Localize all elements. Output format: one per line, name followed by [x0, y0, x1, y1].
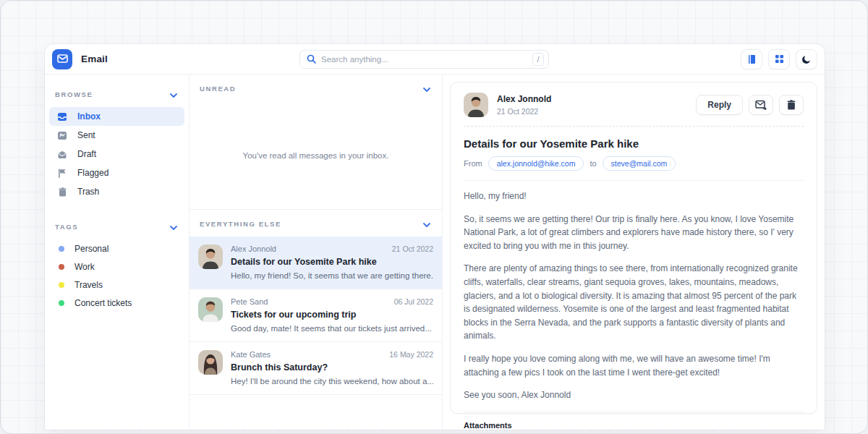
detail-actions: Reply — [696, 95, 804, 115]
detail-sender-name: Alex Jonnold — [497, 94, 687, 104]
avatar — [464, 93, 488, 117]
email-date: 06 Jul 2022 — [394, 297, 433, 306]
header-actions — [741, 49, 817, 69]
sidebar: BROWSE Inbox — [45, 75, 190, 430]
email-subject: Tickets for our upcoming trip — [231, 310, 433, 320]
email-summary: Kate Gates 16 May 2022 Brunch this Satur… — [231, 350, 433, 386]
trash-icon — [787, 100, 796, 110]
unread-empty-message: You've read all messages in your inbox. — [190, 101, 442, 210]
email-list-item[interactable]: Alex Jonnold 21 Oct 2022 Details for our… — [190, 237, 442, 289]
draft-icon — [56, 150, 68, 159]
email-sender: Pete Sand — [231, 297, 268, 306]
grid-icon — [775, 54, 784, 64]
tags-label: TAGS — [55, 223, 78, 231]
chevron-down-icon — [170, 221, 177, 232]
inbox-icon — [56, 112, 68, 122]
body-paragraph: See you soon, Alex Jonnold — [464, 388, 804, 402]
mail-forward-icon — [755, 100, 767, 110]
from-to-row: From alex.jonnold@hike.com to steve@mail… — [464, 156, 804, 171]
tag-label: Work — [75, 262, 95, 272]
tag-item-concert-tickets[interactable]: Concert tickets — [49, 294, 184, 312]
search-icon — [307, 54, 316, 64]
search-shortcut-key: / — [532, 53, 544, 66]
sidebar-item-label: Flagged — [77, 168, 109, 178]
chevron-down-icon — [423, 218, 430, 229]
email-date: 21 Oct 2022 — [392, 244, 433, 253]
flag-icon — [56, 169, 68, 178]
sidebar-item-draft[interactable]: Draft — [49, 145, 184, 163]
tag-item-personal[interactable]: Personal — [49, 239, 184, 258]
avatar — [198, 244, 223, 269]
unread-section-header: UNREAD — [190, 75, 442, 101]
app-logo — [52, 49, 72, 69]
moon-icon — [801, 54, 812, 64]
tags-collapse-button[interactable] — [169, 220, 179, 234]
unread-collapse-button[interactable] — [422, 82, 432, 95]
email-app-window: Email / — [45, 44, 825, 430]
tag-color-dot — [59, 264, 64, 270]
forward-button[interactable] — [749, 95, 773, 115]
email-subject: Details for our Yosemite Park hike — [231, 257, 433, 267]
sidebar-item-label: Draft — [77, 149, 96, 159]
tag-color-dot — [59, 246, 64, 252]
email-date: 16 May 2022 — [389, 350, 433, 359]
tag-color-dot — [59, 282, 64, 288]
sidebar-item-label: Inbox — [77, 111, 101, 122]
envelope-icon — [57, 53, 68, 66]
email-list-item[interactable]: Kate Gates 16 May 2022 Brunch this Satur… — [190, 342, 442, 395]
email-body: Hello, my friend! So, it seems we are ge… — [464, 190, 804, 402]
app-header: Email / — [45, 44, 825, 75]
from-email-chip[interactable]: alex.jonnold@hike.com — [488, 156, 584, 171]
tag-label: Concert tickets — [75, 298, 132, 308]
grid-button[interactable] — [768, 49, 790, 69]
avatar — [198, 350, 223, 375]
detail-sender-meta: Alex Jonnold 21 Oct 2022 — [497, 94, 687, 116]
detail-header: Alex Jonnold 21 Oct 2022 Reply — [464, 93, 804, 117]
email-summary: Pete Sand 06 Jul 2022 Tickets for our up… — [231, 297, 433, 333]
tag-item-travels[interactable]: Travels — [49, 276, 184, 294]
body-paragraph: There are plenty of amazing things to se… — [464, 262, 804, 343]
everything-else-collapse-button[interactable] — [422, 217, 432, 231]
browse-section-header: BROWSE — [45, 80, 189, 107]
browse-collapse-button[interactable] — [169, 88, 179, 101]
sidebar-item-flagged[interactable]: Flagged — [49, 163, 184, 182]
dark-mode-button[interactable] — [796, 49, 817, 69]
body-paragraph: I really hope you love coming along with… — [464, 352, 804, 379]
tag-color-dot — [59, 300, 64, 306]
message-list-column: UNREAD You've read all messages in your … — [190, 75, 443, 430]
sent-icon — [56, 131, 68, 140]
detail-date: 21 Oct 2022 — [497, 107, 687, 116]
header-center: / — [108, 50, 741, 69]
tags-section-header: TAGS — [45, 213, 189, 239]
dashed-divider — [464, 126, 804, 127]
email-detail-column: Alex Jonnold 21 Oct 2022 Reply — [443, 75, 825, 430]
body-paragraph: So, it seems we are getting there! Our t… — [464, 213, 804, 253]
from-label: From — [464, 159, 482, 168]
attachments-label: Attachments — [464, 421, 804, 430]
email-snippet: Good day, mate! It seems that our ticket… — [231, 324, 433, 333]
sidebar-item-sent[interactable]: Sent — [49, 126, 184, 145]
sidebar-item-inbox[interactable]: Inbox — [49, 107, 184, 126]
page-background: Email / — [0, 0, 868, 434]
book-button[interactable] — [741, 49, 762, 69]
sidebar-item-trash[interactable]: Trash — [49, 182, 184, 201]
email-sender: Alex Jonnold — [231, 244, 276, 253]
email-detail-card: Alex Jonnold 21 Oct 2022 Reply — [450, 82, 817, 414]
everything-else-label: EVERYTHING ELSE — [200, 220, 281, 228]
email-snippet: Hey! I'll be around the city this weeken… — [231, 377, 433, 386]
trash-icon — [56, 187, 68, 197]
email-summary: Alex Jonnold 21 Oct 2022 Details for our… — [231, 244, 433, 280]
to-label: to — [590, 159, 596, 168]
tag-item-work[interactable]: Work — [49, 258, 184, 276]
search-input[interactable] — [321, 55, 532, 64]
to-email-chip[interactable]: steve@mail.com — [603, 156, 676, 171]
reply-button[interactable]: Reply — [696, 95, 743, 115]
book-icon — [746, 54, 757, 64]
email-list-item[interactable]: Pete Sand 06 Jul 2022 Tickets for our up… — [190, 289, 442, 342]
sidebar-item-label: Trash — [77, 187, 99, 197]
tag-label: Personal — [75, 244, 109, 254]
delete-button[interactable] — [779, 95, 804, 115]
email-snippet: Hello, my friend! So, it seems that we a… — [231, 271, 433, 280]
chevron-down-icon — [170, 89, 177, 100]
search-bar[interactable]: / — [299, 50, 549, 69]
